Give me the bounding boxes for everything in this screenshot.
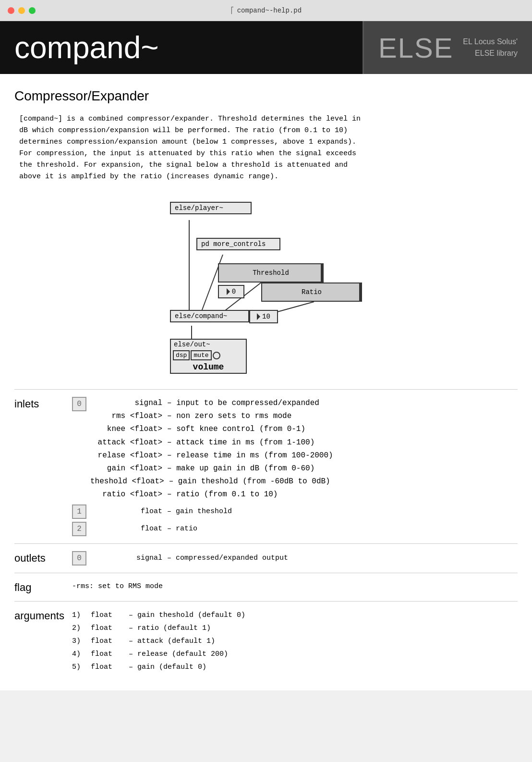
outlets-section: outlets 0 signal – compressed/expanded o… (14, 543, 518, 573)
outlet-0-desc: – compressed/expanded output (167, 554, 288, 562)
inlet-1-badge: 1 (72, 504, 86, 519)
inlet-2-desc: – ratio (167, 525, 197, 533)
player-box[interactable]: else/player~ (170, 202, 252, 214)
mute-button[interactable]: mute (191, 350, 211, 360)
header-subtitle: EL Locus Solus' ELSE library (463, 36, 518, 59)
flag-content: -rms: set to RMS mode (72, 580, 518, 594)
inlet-0-badge: 0 (72, 397, 86, 411)
threshold-slider[interactable]: Threshold (218, 263, 324, 283)
arg-3: 3) float – attack (default 1) (72, 635, 518, 648)
inlet-1-desc: – gain theshold (167, 507, 232, 516)
maximize-button[interactable] (29, 7, 36, 14)
file-icon: ⎡ (230, 7, 234, 14)
arg-5: 5) float – gain (default 0) (72, 661, 518, 674)
window-title: ⎡ compand~-help.pd (230, 7, 302, 14)
out-label: else/out~ (171, 340, 246, 349)
ratio-numbox[interactable]: 10 (249, 310, 278, 323)
minimize-button[interactable] (18, 7, 25, 14)
arg-4: 4) float – release (default 200) (72, 648, 518, 661)
inlet-entry-rms: rms <float> – non zero sets to rms mode (90, 410, 333, 423)
inlet-entry-relase: relase <float> – release time in ms (fro… (90, 449, 333, 462)
header-left: compand~ (0, 21, 364, 74)
threshold-numbox[interactable]: 0 (218, 285, 244, 298)
page-title: Compressor/Expander (14, 88, 518, 104)
inlet-1-name: float (90, 507, 167, 516)
inlet-entry-attack: attack <float> – attack time in ms (from… (90, 436, 333, 449)
arguments-label: arguments (14, 609, 72, 674)
main-content: Compressor/Expander [compand~] is a comb… (0, 74, 532, 690)
arg-1: 1) float – gain theshold (default 0) (72, 609, 518, 622)
titlebar: ⎡ compand~-help.pd (0, 0, 532, 21)
outlet-0-badge: 0 (72, 551, 86, 565)
description: [compand~] is a combined compressor/expa… (14, 113, 518, 183)
arguments-section: arguments 1) float – gain theshold (defa… (14, 601, 518, 681)
outlets-content: 0 signal – compressed/expanded output (72, 551, 518, 565)
flag-label: flag (14, 580, 72, 594)
out-box[interactable]: else/out~ dsp mute volume (170, 339, 247, 374)
inlet-entry-ratio: ratio <float> – ratio (from 0.1 to 10) (90, 488, 333, 501)
controls-box[interactable]: pd more_controls (196, 238, 280, 250)
flag-section: flag -rms: set to RMS mode (14, 573, 518, 601)
inlet-0-entries: signal – input to be compressed/expanded… (90, 397, 333, 502)
else-label: ELSE (378, 32, 453, 64)
inlet-2-badge: 2 (72, 522, 86, 536)
out-controls: dsp mute (171, 349, 246, 361)
header: compand~ ELSE EL Locus Solus' ELSE libra… (0, 21, 532, 74)
header-right: ELSE EL Locus Solus' ELSE library (364, 21, 532, 74)
toggle-button[interactable] (213, 352, 220, 359)
outlets-label: outlets (14, 551, 72, 565)
ratio-slider[interactable]: Ratio (261, 283, 362, 302)
inlets-section: inlets 0 signal – input to be compressed… (14, 389, 518, 543)
patch-diagram: else/player~ pd more_controls Threshold … (14, 197, 518, 375)
volume-label: volume (171, 361, 246, 373)
dsp-button[interactable]: dsp (173, 350, 190, 360)
inlets-label: inlets (14, 397, 72, 536)
close-button[interactable] (8, 7, 14, 14)
inlet-entry-signal: signal – input to be compressed/expanded (90, 397, 333, 410)
arg-2: 2) float – ratio (default 1) (72, 622, 518, 635)
compand-box[interactable]: else/compand~ (170, 310, 249, 322)
traffic-lights (8, 7, 36, 14)
inlet-2-name: float (90, 525, 167, 533)
inlet-entry-gain: gain <float> – make up gain in dB (from … (90, 462, 333, 475)
inlets-content: 0 signal – input to be compressed/expand… (72, 397, 518, 536)
inlet-entry-knee: knee <float> – soft knee control (from 0… (90, 423, 333, 436)
arguments-content: 1) float – gain theshold (default 0) 2) … (72, 609, 518, 674)
outlet-0-name: signal (90, 554, 167, 562)
pd-patch: else/player~ pd more_controls Threshold … (165, 197, 367, 375)
inlet-entry-theshold: theshold <float> – gain theshold (from -… (90, 475, 333, 488)
app-title: compand~ (14, 30, 159, 65)
